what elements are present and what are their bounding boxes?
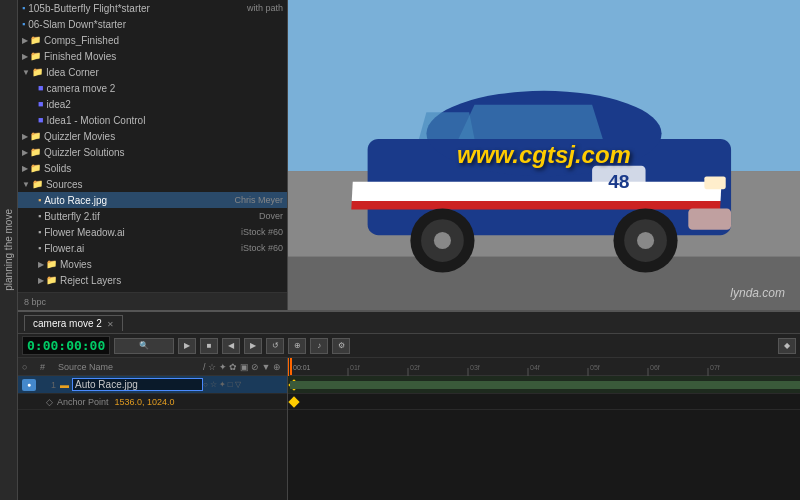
anchor-point-value[interactable]: 1536.0, 1024.0 [115, 397, 175, 407]
timeline-labels: ○ # Source Name / ☆ ✦ ✿ ▣ ⊘ ▼ ⊕ ● 1 ▬ Au… [18, 358, 288, 500]
svg-text:03f: 03f [470, 364, 480, 371]
folder-icon: 📁 [30, 163, 41, 173]
list-item[interactable]: ■ idea2 [18, 96, 287, 112]
col-headers: ○ # Source Name / ☆ ✦ ✿ ▣ ⊘ ▼ ⊕ [18, 358, 287, 376]
loop-button[interactable]: ↺ [266, 338, 284, 354]
svg-rect-5 [352, 182, 722, 201]
list-item[interactable]: ▶ 📁 Solids [18, 160, 287, 176]
arrow-icon: ▶ [22, 132, 28, 141]
playhead[interactable] [290, 358, 292, 375]
folder-icon: 📁 [32, 67, 43, 77]
svg-rect-6 [351, 201, 720, 210]
list-item[interactable]: ■ Idea1 - Motion Control [18, 112, 287, 128]
prev-frame-button[interactable]: ◀ [222, 338, 240, 354]
timecode-display[interactable]: 0:00:00:00 [22, 336, 110, 355]
svg-text:05f: 05f [590, 364, 600, 371]
add-marker-button[interactable]: ◆ [778, 338, 796, 354]
svg-marker-7 [458, 105, 602, 139]
arrow-icon: ▶ [22, 52, 28, 61]
list-item[interactable]: ▶ 📁 Quizzler Movies [18, 128, 287, 144]
switch-1[interactable]: ○ [203, 380, 208, 389]
preview-background: 48 www.cgtsj.com lynda.com [288, 0, 800, 310]
list-item-auto-race[interactable]: ▪ Auto Race.jpg Chris Meyer [18, 192, 287, 208]
tab-close-button[interactable]: ✕ [107, 320, 114, 329]
timeline-tab[interactable]: camera move 2 ✕ [24, 315, 123, 331]
switch-3[interactable]: ✦ [219, 380, 226, 389]
file-icon: ▪ [22, 19, 25, 29]
switch-4[interactable]: □ [228, 380, 233, 389]
ruler-svg: 00:01 01f 02f 03f 04f 05f 06f [288, 358, 800, 376]
settings-button[interactable]: ⚙ [332, 338, 350, 354]
sub-row-anchor-point: ◇ Anchor Point 1536.0, 1024.0 [18, 394, 287, 410]
vis-col-header: ○ [22, 362, 40, 372]
comp-icon: ■ [38, 99, 43, 109]
list-item[interactable]: ▪ 105b-Butterfly Flight*starter with pat… [18, 0, 287, 16]
list-item[interactable]: ▶ 📁 Quizzler Solutions [18, 144, 287, 160]
preview-area: 48 www.cgtsj.com lynda.com ◀ (100%) 0:00… [288, 0, 800, 310]
next-frame-button[interactable]: ▶ [244, 338, 262, 354]
list-item[interactable]: ▪ Butterfly 2.tif Dover [18, 208, 287, 224]
anchor-icon: ◇ [46, 397, 53, 407]
watermark-text: www.cgtsj.com [457, 141, 631, 169]
ram-preview-button[interactable]: ⊕ [288, 338, 306, 354]
layer-row-1[interactable]: ● 1 ▬ Auto Race.jpg ○ ☆ ✦ □ ▽ [18, 376, 287, 394]
timeline-header: camera move 2 ✕ [18, 312, 800, 334]
image-icon: ▪ [38, 227, 41, 237]
sub-track [288, 394, 800, 410]
folder-icon: 📁 [46, 259, 57, 269]
arrow-icon: ▼ [22, 180, 30, 189]
track-1 [288, 376, 800, 394]
layer-number: 1 [38, 380, 56, 390]
svg-text:00:01: 00:01 [293, 364, 311, 371]
project-list: ▪ 105b-Butterfly Flight*starter with pat… [18, 0, 287, 292]
reject-layers-label: Reject Layers [60, 275, 287, 286]
main-content: ▪ 105b-Butterfly Flight*starter with pat… [18, 0, 800, 500]
svg-text:06f: 06f [650, 364, 660, 371]
arrow-icon: ▶ [22, 148, 28, 157]
list-item[interactable]: ▪ Flower.ai iStock #60 [18, 240, 287, 256]
folder-icon: 📁 [30, 147, 41, 157]
list-item[interactable]: ▼ 📁 Idea Corner [18, 64, 287, 80]
comp-icon: ■ [38, 83, 43, 93]
switch-5[interactable]: ▽ [235, 380, 241, 389]
switches-col-header: / ☆ ✦ ✿ ▣ ⊘ ▼ ⊕ [203, 362, 283, 372]
list-item-reject-layers[interactable]: ▶ 📁 Reject Layers [18, 272, 287, 288]
stop-button[interactable]: ■ [200, 338, 218, 354]
arrow-icon: ▶ [38, 260, 44, 269]
image-icon: ▪ [38, 211, 41, 221]
list-item[interactable]: ▪ 06-Slam Down*starter [18, 16, 287, 32]
play-button[interactable]: ▶ [178, 338, 196, 354]
list-item[interactable]: ▶ 📁 Movies [18, 256, 287, 272]
timeline-tracks: 00:01 01f 02f 03f 04f 05f 06f [288, 358, 800, 500]
sidebar-panel: planning the move [0, 0, 18, 500]
lynda-watermark: lynda.com [730, 286, 785, 300]
svg-rect-10 [704, 176, 725, 189]
svg-text:01f: 01f [350, 364, 360, 371]
svg-rect-2 [288, 257, 800, 310]
timeline-columns: ○ # Source Name / ☆ ✦ ✿ ▣ ⊘ ▼ ⊕ ● 1 ▬ Au… [18, 358, 800, 500]
timeline-section: camera move 2 ✕ 0:00:00:00 🔍 ▶ ■ ◀ ▶ ↺ ⊕… [18, 310, 800, 500]
top-section: ▪ 105b-Butterfly Flight*starter with pat… [18, 0, 800, 310]
folder-icon: 📁 [30, 131, 41, 141]
arrow-icon: ▶ [22, 36, 28, 45]
audio-button[interactable]: ♪ [310, 338, 328, 354]
search-button[interactable]: 🔍 [114, 338, 174, 354]
list-item[interactable]: ▶ 📁 Finished Movies [18, 48, 287, 64]
visibility-toggle[interactable]: ● [22, 379, 36, 391]
list-item[interactable]: ▶ 📁 Comps_Finished [18, 32, 287, 48]
layer-type-icon: ▬ [60, 380, 69, 390]
svg-point-16 [637, 232, 654, 249]
svg-marker-8 [419, 112, 475, 139]
bpc-info: 8 bpc [18, 292, 287, 310]
layer-name-field[interactable]: Auto Race.jpg [72, 378, 203, 391]
arrow-icon: ▶ [22, 164, 28, 173]
switch-2[interactable]: ☆ [210, 380, 217, 389]
list-item[interactable]: ▼ 📁 Sources [18, 176, 287, 192]
keyframe-anchor[interactable] [288, 396, 299, 407]
list-item[interactable]: ■ camera move 2 [18, 80, 287, 96]
folder-icon: 📁 [30, 35, 41, 45]
file-icon: ▪ [22, 3, 25, 13]
svg-point-13 [434, 232, 451, 249]
layer-switches: ○ ☆ ✦ □ ▽ [203, 380, 283, 389]
list-item[interactable]: ▪ Flower Meadow.ai iStock #60 [18, 224, 287, 240]
